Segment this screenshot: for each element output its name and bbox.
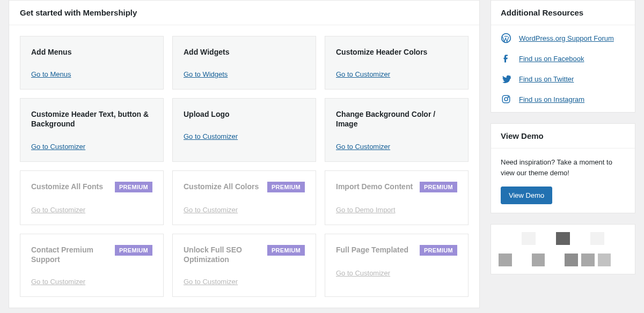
card-title: Customize Header Colors <box>336 47 427 57</box>
color-swatch <box>515 254 529 266</box>
premium-badge: PREMIUM <box>267 182 305 192</box>
color-swatch <box>499 254 512 266</box>
card-title: Add Widgets <box>184 47 229 57</box>
card-title: Import Demo Content <box>336 182 413 191</box>
color-swatch <box>614 254 627 266</box>
card-title: Customize All Colors <box>184 182 259 191</box>
cards-grid: Add MenusGo to MenusAdd WidgetsGo to Wid… <box>9 25 479 308</box>
demo-panel: View Demo Need inspiration? Take a momen… <box>491 123 635 213</box>
feature-card: Upload LogoGo to Customizer <box>172 98 316 161</box>
demo-text: Need inspiration? Take a moment to view … <box>501 157 625 178</box>
feature-card: Customize Header ColorsGo to Customizer <box>325 36 469 90</box>
card-title: Customize All Fonts <box>31 182 103 191</box>
card-link[interactable]: Go to Customizer <box>184 278 238 286</box>
premium-badge: PREMIUM <box>115 182 152 192</box>
premium-badge: PREMIUM <box>267 245 305 256</box>
resource-link[interactable]: Find us on Instagram <box>519 95 584 103</box>
color-swatch <box>548 254 561 266</box>
resources-panel: Additional Resources WordPress.org Suppo… <box>491 0 635 113</box>
resource-link[interactable]: Find us on Twitter <box>519 75 574 83</box>
sidebar: Additional Resources WordPress.org Suppo… <box>491 0 635 308</box>
resource-link[interactable]: Find us on Facebook <box>519 55 584 63</box>
card-link[interactable]: Go to Menus <box>31 70 71 78</box>
wordpress-icon <box>501 33 511 43</box>
card-link[interactable]: Go to Customizer <box>31 143 85 151</box>
card-link[interactable]: Go to Customizer <box>184 132 238 140</box>
resource-item: WordPress.org Support Forum <box>501 33 625 43</box>
color-swatch <box>590 232 604 245</box>
feature-card: Full Page TemplatedPREMIUMGo to Customiz… <box>325 234 469 297</box>
feature-card: Customize All ColorsPREMIUMGo to Customi… <box>172 170 316 225</box>
feature-card: Customize All FontsPREMIUMGo to Customiz… <box>20 170 164 225</box>
premium-badge: PREMIUM <box>420 245 457 256</box>
resource-list: WordPress.org Support ForumFind us on Fa… <box>491 25 635 112</box>
card-link[interactable]: Go to Customizer <box>184 206 238 214</box>
feature-card: Contact Premium SupportPREMIUMGo to Cust… <box>20 234 164 297</box>
svg-point-2 <box>504 98 508 101</box>
resource-link[interactable]: WordPress.org Support Forum <box>519 34 614 42</box>
feature-card: Customize Header Text, button & Backgrou… <box>20 98 164 161</box>
premium-badge: PREMIUM <box>115 245 152 256</box>
demo-title: View Demo <box>491 124 635 148</box>
color-swatch <box>573 232 587 245</box>
resource-item: Find us on Instagram <box>501 94 625 105</box>
color-swatch <box>598 254 611 266</box>
card-link[interactable]: Go to Customizer <box>336 143 390 151</box>
facebook-icon <box>501 53 511 64</box>
color-swatch <box>532 254 545 266</box>
card-link[interactable]: Go to Customizer <box>336 70 390 78</box>
color-swatch <box>581 254 595 266</box>
resources-title: Additional Resources <box>491 1 635 25</box>
card-title: Full Page Templated <box>336 245 408 255</box>
feature-card: Add MenusGo to Menus <box>20 36 164 90</box>
card-title: Upload Logo <box>184 109 230 119</box>
svg-point-3 <box>508 96 509 98</box>
color-swatch <box>522 232 536 245</box>
theme-preview-panel <box>491 224 635 274</box>
preview-row <box>499 232 627 245</box>
panel-title: Get started with Membershiply <box>9 1 479 25</box>
color-swatch <box>539 232 553 245</box>
get-started-panel: Get started with Membershiply Add MenusG… <box>9 0 480 308</box>
resource-item: Find us on Twitter <box>501 73 625 84</box>
view-demo-button[interactable]: View Demo <box>501 187 552 204</box>
premium-badge: PREMIUM <box>420 182 457 192</box>
feature-card: Import Demo ContentPREMIUMGo to Demo Imp… <box>325 170 469 225</box>
twitter-icon <box>501 73 511 84</box>
color-swatch <box>556 232 570 245</box>
card-link[interactable]: Go to Widgets <box>184 70 228 78</box>
card-title: Add Menus <box>31 47 71 57</box>
feature-card: Unlock Full SEO OptimizationPREMIUMGo to… <box>172 234 316 297</box>
color-swatch <box>565 254 578 266</box>
feature-card: Add WidgetsGo to Widgets <box>172 36 316 90</box>
card-link[interactable]: Go to Demo Import <box>336 206 396 214</box>
card-link[interactable]: Go to Customizer <box>336 269 390 277</box>
card-title: Change Background Color / Image <box>336 109 457 129</box>
card-link[interactable]: Go to Customizer <box>31 278 85 286</box>
card-link[interactable]: Go to Customizer <box>31 206 85 214</box>
preview-row <box>499 254 627 266</box>
feature-card: Change Background Color / ImageGo to Cus… <box>325 98 469 161</box>
card-title: Unlock Full SEO Optimization <box>184 245 267 264</box>
resource-item: Find us on Facebook <box>501 53 625 64</box>
card-title: Customize Header Text, button & Backgrou… <box>31 109 152 129</box>
instagram-icon <box>501 94 511 105</box>
card-title: Contact Premium Support <box>31 245 115 264</box>
